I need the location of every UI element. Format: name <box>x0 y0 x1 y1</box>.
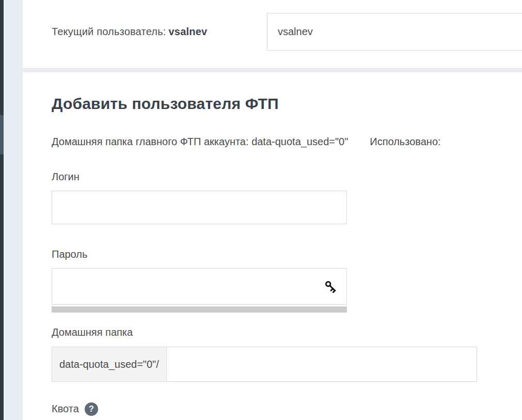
current-user-input[interactable] <box>267 13 522 51</box>
home-folder-input[interactable] <box>166 347 477 382</box>
key-icon <box>323 279 339 294</box>
home-folder-label: Домашняя папка <box>52 326 522 338</box>
password-field-block: Пароль <box>52 248 522 313</box>
page: Текущий пользователь:vsalnev Добавить по… <box>0 0 522 420</box>
page-title: Добавить пользователя ФТП <box>52 95 522 113</box>
home-folder-field-block: Домашняя папка data-quota_used="0"/ <box>52 326 522 382</box>
scrollbar-thumb[interactable] <box>0 115 4 154</box>
home-folder-info: Домашняя папка главного ФТП аккаунта: da… <box>52 136 522 148</box>
info-path: data-quota_used="0" <box>251 136 348 147</box>
generate-password-button[interactable] <box>322 278 340 295</box>
header-row: Текущий пользователь:vsalnev <box>23 0 522 68</box>
quota-field-block: Квота ? <box>52 401 522 416</box>
home-folder-input-group: data-quota_used="0"/ <box>52 347 477 382</box>
password-input-wrap <box>52 268 347 305</box>
current-user-label: Текущий пользователь: <box>52 26 166 37</box>
current-user-text: Текущий пользователь:vsalnev <box>52 26 207 38</box>
password-label: Пароль <box>52 248 522 260</box>
question-circle-icon[interactable]: ? <box>85 402 98 416</box>
info-used-label: Использовано: <box>370 136 440 147</box>
login-input[interactable] <box>52 191 347 224</box>
section-divider <box>23 68 522 72</box>
password-input[interactable] <box>52 268 347 305</box>
add-ftp-user-form: Добавить пользователя ФТП Домашняя папка… <box>23 72 522 415</box>
password-strength-bar <box>52 306 347 313</box>
main-content: Текущий пользователь:vsalnev Добавить по… <box>23 0 522 420</box>
sidebar-scrollbar-rail <box>0 0 4 420</box>
left-gutter <box>4 0 23 420</box>
info-prefix: Домашняя папка главного ФТП аккаунта: <box>52 136 249 147</box>
login-label: Логин <box>52 171 522 183</box>
home-folder-prefix: data-quota_used="0"/ <box>52 347 166 382</box>
current-user-value: vsalnev <box>169 26 208 37</box>
quota-label: Квота <box>52 403 79 415</box>
login-field-block: Логин <box>52 171 522 224</box>
